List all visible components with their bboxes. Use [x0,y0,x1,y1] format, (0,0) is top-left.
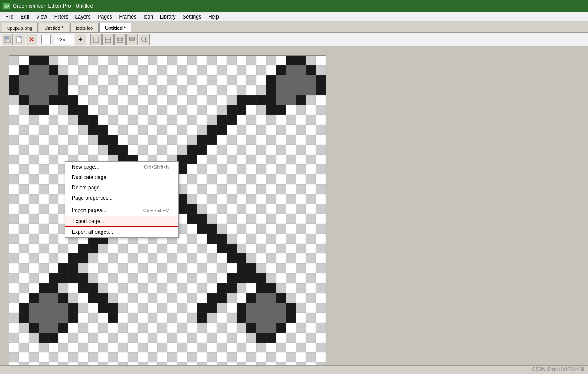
menu-file[interactable]: File [2,12,17,21]
app-icon: GF [3,3,10,9]
ctx-export-all-label: Export all pages... [72,229,113,235]
tab-untitled2[interactable]: Untitled * [99,23,131,32]
svg-rect-6 [93,37,99,42]
tab-upupup[interactable]: upupup.png [2,23,38,32]
ctx-delete-page-label: Delete page [72,185,100,191]
ctx-import-shortcut: Ctrl+Shift+M [143,208,169,213]
ctx-new-page-shortcut: Ctrl+Shift+N [144,164,169,170]
ctx-page-properties[interactable]: Page properties... [65,193,178,203]
ctx-export-page-label: Export page... [72,218,105,224]
menu-help[interactable]: Help [205,12,222,21]
menu-library[interactable]: Library [157,12,179,21]
menu-edit[interactable]: Edit [17,12,33,21]
context-menu: New page... Ctrl+Shift+N Duplicate page … [65,161,179,238]
tab-untitled1[interactable]: Untitled * [39,23,69,32]
ctx-new-page-label: New page... [72,164,99,170]
ctx-export-all[interactable]: Export all pages... [65,227,178,237]
svg-point-14 [142,37,146,41]
view-btn1[interactable] [90,34,102,45]
new-button[interactable] [14,34,25,45]
svg-line-15 [145,41,147,42]
view-btn3[interactable] [114,34,126,45]
ctx-separator1 [65,204,178,204]
ctx-export-page[interactable]: Export page... [65,216,178,227]
menu-pages[interactable]: Pages [94,12,116,21]
zoom-in-button[interactable]: + [75,34,86,45]
menu-icon[interactable]: Icon [140,12,157,21]
svg-rect-4 [5,40,9,42]
svg-rect-13 [129,37,135,40]
svg-rect-3 [5,37,9,39]
svg-rect-10 [117,37,123,42]
toolbar: ✕ 1 23x + [0,33,588,46]
svg-text:GF: GF [4,4,10,9]
ctx-duplicate-page-label: Duplicate page [72,174,106,180]
title-bar: GF Greenfish Icon Editor Pro - Untitled [0,0,588,12]
menu-layers[interactable]: Layers [72,12,94,21]
ctx-page-properties-label: Page properties... [72,195,113,201]
menu-frames[interactable]: Frames [116,12,140,21]
menu-settings[interactable]: Settings [179,12,205,21]
watermark: CSDN @谁在敲打我的窗 [532,366,585,372]
ctx-delete-page[interactable]: Delete page [65,182,178,193]
view-btn4[interactable] [126,34,138,45]
ctx-import-pages[interactable]: Import pages... Ctrl+Shift+M [65,205,178,216]
view-btn2[interactable] [102,34,114,45]
tabs-bar: upupup.png Untitled * tools.ico Untitled… [0,22,588,33]
menu-view[interactable]: View [33,12,51,21]
ctx-import-pages-label: Import pages... [72,207,106,213]
frame-indicator: 1 [41,35,51,44]
save-button[interactable] [2,34,13,45]
ctx-new-page[interactable]: New page... Ctrl+Shift+N [65,162,178,172]
app-title: Greenfish Icon Editor Pro - Untitled [13,3,93,9]
menu-filters[interactable]: Filters [51,12,72,21]
zoom-fit-button[interactable] [139,34,150,45]
zoom-display[interactable]: 23x [55,35,74,44]
close-button[interactable]: ✕ [26,34,37,45]
svg-rect-11 [119,38,121,41]
status-bar [0,365,588,374]
tab-tools[interactable]: tools.ico [70,23,99,32]
ctx-duplicate-page[interactable]: Duplicate page [65,172,178,182]
menu-bar: File Edit View Filters Layers Pages Fram… [0,12,588,22]
